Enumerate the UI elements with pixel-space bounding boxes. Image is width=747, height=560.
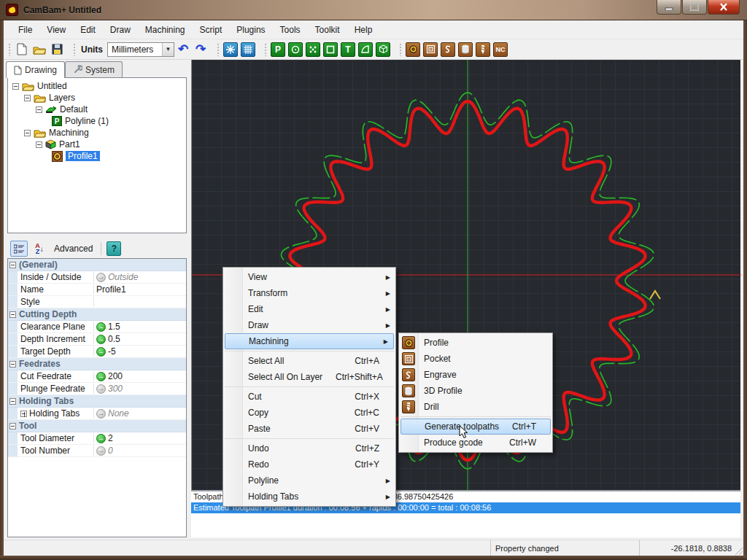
units-combobox[interactable]: Millimeters ▼	[107, 42, 174, 57]
property-value[interactable]: 2	[108, 433, 113, 443]
collapse-icon[interactable]	[24, 130, 31, 136]
save-button[interactable]	[49, 42, 65, 58]
draw-circle-button[interactable]	[287, 42, 303, 58]
property-row[interactable]: Clearance Plane1.5	[8, 321, 186, 333]
collapse-icon[interactable]	[12, 83, 19, 90]
new-file-button[interactable]	[14, 42, 30, 58]
engrave-op-button[interactable]	[440, 42, 456, 58]
submenu-profile[interactable]: Profile	[399, 335, 552, 351]
default-value-icon[interactable]	[96, 273, 106, 282]
menu-view[interactable]: View	[39, 22, 73, 38]
default-value-icon[interactable]	[96, 384, 106, 394]
submenu-generate-toolpaths[interactable]: Generate toolpathsCtrl+T	[400, 419, 551, 435]
context-edit[interactable]: Edit▶	[223, 301, 395, 317]
submenu-pocket[interactable]: Pocket	[399, 351, 552, 367]
gcode-op-button[interactable]: NC	[492, 42, 508, 58]
property-row[interactable]: Holding TabsNone	[8, 408, 186, 420]
close-button[interactable]	[708, 0, 740, 15]
profile-op-button[interactable]	[405, 42, 421, 58]
property-value[interactable]: -5	[108, 346, 116, 357]
property-value[interactable]: 0.5	[108, 334, 120, 344]
property-value[interactable]: 200	[108, 371, 123, 381]
context-view[interactable]: View▶	[223, 269, 395, 285]
default-value-icon[interactable]	[96, 446, 106, 456]
pocket-op-button[interactable]	[422, 42, 438, 58]
menu-script[interactable]: Script	[193, 22, 230, 38]
property-value[interactable]: 0	[108, 446, 113, 456]
show-axes-button[interactable]	[222, 42, 239, 58]
property-row[interactable]: Cut Feedrate200	[8, 370, 186, 383]
tree-item-default-layer[interactable]: Default	[11, 104, 186, 115]
tree-item-profile1[interactable]: Profile1	[11, 150, 186, 162]
default-value-icon[interactable]	[96, 409, 106, 419]
context-redo[interactable]: RedoCtrl+Y	[223, 456, 395, 472]
collapse-icon[interactable]	[9, 361, 16, 368]
context-undo[interactable]: UndoCtrl+Z	[223, 440, 395, 456]
tree-item-polyline[interactable]: P Polyline (1)	[11, 115, 186, 127]
tree-item-machining[interactable]: Machining	[11, 127, 186, 139]
context-draw[interactable]: Draw▶	[223, 317, 395, 333]
context-select-all[interactable]: Select AllCtrl+A	[223, 353, 395, 369]
property-row[interactable]: Inside / OutsideOutside	[8, 271, 186, 284]
property-row[interactable]: Target Depth-5	[8, 346, 186, 358]
advanced-button[interactable]: Advanced	[51, 241, 96, 257]
draw-surface-button[interactable]	[375, 42, 391, 58]
property-row[interactable]: Tool Diameter2	[8, 432, 186, 445]
property-category[interactable]: Holding Tabs	[8, 395, 186, 408]
property-category[interactable]: Tool	[8, 420, 186, 432]
set-value-icon[interactable]	[96, 347, 106, 357]
set-value-icon[interactable]	[96, 322, 106, 332]
property-value[interactable]: 1.5	[108, 322, 120, 332]
submenu-3d-profile[interactable]: 3D Profile	[399, 383, 552, 399]
minimize-button[interactable]	[657, 0, 681, 15]
menu-tools[interactable]: Tools	[273, 22, 308, 38]
context-paste[interactable]: PasteCtrl+V	[223, 421, 395, 437]
help-button[interactable]: ?	[107, 241, 121, 256]
collapse-icon[interactable]	[36, 141, 42, 148]
collapse-icon[interactable]	[36, 106, 42, 113]
property-category[interactable]: (General)	[8, 259, 186, 271]
combo-dropdown-icon[interactable]: ▼	[162, 43, 174, 56]
expand-icon[interactable]	[20, 411, 27, 417]
menu-help[interactable]: Help	[347, 22, 380, 38]
property-row[interactable]: Plunge Feedrate300	[8, 383, 186, 395]
menu-file[interactable]: File	[11, 22, 39, 38]
alphabetical-sort-button[interactable]: AZ↓	[31, 241, 48, 257]
tree-item-layers[interactable]: Layers	[11, 92, 186, 104]
property-row[interactable]: Tool Number0	[8, 445, 186, 457]
property-category[interactable]: Cutting Depth	[8, 308, 186, 321]
context-holding-tabs[interactable]: Holding Tabs▶	[223, 489, 395, 505]
tree-item-untitled[interactable]: Untitled	[11, 80, 186, 92]
context-cut[interactable]: CutCtrl+X	[223, 389, 395, 405]
draw-polyline-button[interactable]: P	[270, 42, 286, 58]
submenu-produce-gcode[interactable]: Produce gcodeCtrl+W	[399, 435, 552, 451]
set-value-icon[interactable]	[96, 372, 106, 381]
menu-toolkit[interactable]: Toolkit	[308, 22, 347, 38]
redo-button[interactable]: ↷	[193, 42, 209, 58]
draw-text-button[interactable]: T	[340, 42, 356, 58]
tab-drawing[interactable]: Drawing	[6, 61, 65, 78]
property-category[interactable]: Feedrates	[8, 358, 186, 370]
draw-rectangle-button[interactable]	[322, 42, 338, 58]
context-select-all-on-layer[interactable]: Select All On LayerCtrl+Shift+A	[223, 369, 395, 385]
tab-system[interactable]: System	[65, 61, 123, 77]
show-grid-button[interactable]	[240, 42, 256, 58]
tree-item-part1[interactable]: Part1	[11, 139, 186, 150]
set-value-icon[interactable]	[96, 335, 106, 344]
context-machining[interactable]: Machining▶	[225, 333, 394, 349]
submenu-drill[interactable]: Drill	[399, 399, 552, 415]
property-value[interactable]: Profile1	[96, 284, 126, 295]
draw-points-button[interactable]	[305, 42, 321, 58]
drill-op-button[interactable]	[475, 42, 491, 58]
property-row[interactable]: NameProfile1	[8, 284, 186, 296]
property-row[interactable]: Style	[8, 296, 186, 308]
context-polyline[interactable]: Polyline▶	[223, 472, 395, 489]
property-row[interactable]: Depth Increment0.5	[8, 333, 186, 346]
maximize-button[interactable]	[682, 0, 707, 15]
context-copy[interactable]: CopyCtrl+C	[223, 405, 395, 421]
property-value[interactable]: Outside	[108, 272, 138, 282]
submenu-engrave[interactable]: Engrave	[399, 367, 552, 383]
menu-machining[interactable]: Machining	[138, 22, 193, 38]
collapse-icon[interactable]	[9, 262, 16, 268]
draw-arc-button[interactable]	[357, 42, 374, 58]
